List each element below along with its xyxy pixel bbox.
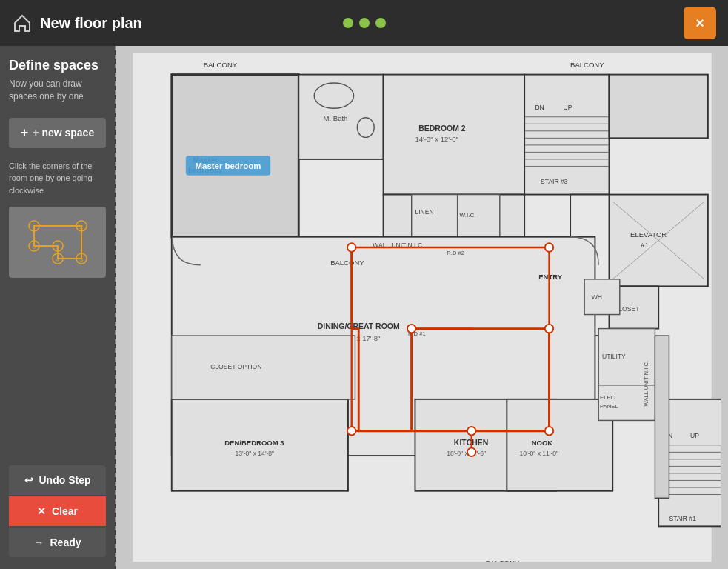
dot-3 — [375, 18, 386, 28]
svg-text:1: 1 — [32, 224, 36, 230]
svg-rect-92 — [655, 336, 669, 498]
svg-point-109 — [545, 325, 553, 333]
header: New floor plan × — [0, 0, 728, 46]
dot-2 — [359, 18, 370, 28]
svg-text:DN: DN — [535, 104, 544, 111]
svg-text:ELEVATOR: ELEVATOR — [630, 230, 667, 239]
svg-text:13'-0" x 14'-8": 13'-0" x 14'-8" — [236, 450, 275, 457]
close-button[interactable]: × — [684, 7, 716, 39]
svg-rect-65 — [507, 399, 612, 491]
floor-plan-container: Master bedroom Master bedroom M. Bath BE… — [124, 53, 721, 562]
svg-text:BEDROOM 2: BEDROOM 2 — [418, 124, 466, 133]
canvas-area[interactable]: Master bedroom Master bedroom M. Bath BE… — [116, 46, 728, 569]
svg-point-114 — [407, 325, 415, 333]
svg-text:14'-3" x 12'-0": 14'-3" x 12'-0" — [415, 135, 458, 143]
clear-button[interactable]: ✕ Clear — [9, 496, 106, 526]
svg-point-110 — [545, 427, 553, 435]
new-space-button[interactable]: + + new space — [9, 118, 106, 148]
sidebar: Define spaces Now you can draw spaces on… — [0, 46, 115, 569]
svg-text:WH: WH — [592, 293, 602, 301]
svg-text:BALCONY: BALCONY — [486, 559, 520, 562]
svg-text:DEN/BEDROOM 3: DEN/BEDROOM 3 — [224, 439, 284, 447]
clear-x-icon: ✕ — [37, 505, 46, 517]
ready-label: Ready — [50, 536, 81, 548]
svg-text:WALL UNIT N.I.C.: WALL UNIT N.I.C. — [643, 361, 649, 406]
svg-text:BALCONY: BALCONY — [204, 61, 238, 69]
svg-text:ENTRY: ENTRY — [538, 273, 563, 281]
svg-rect-26 — [524, 75, 609, 195]
room-diagram: 1 2 3 4 5 6 — [9, 207, 106, 278]
svg-text:R.D #2: R.D #2 — [447, 250, 464, 256]
svg-text:18'-0" x 17'-6": 18'-0" x 17'-6" — [447, 450, 486, 457]
ready-arrow-icon: → — [33, 536, 44, 548]
svg-text:ELEC.: ELEC. — [600, 394, 616, 401]
svg-point-108 — [545, 243, 553, 251]
dot-1 — [343, 18, 353, 28]
floor-plan-svg: Master bedroom Master bedroom M. Bath BE… — [124, 53, 721, 562]
header-dots — [343, 18, 386, 28]
svg-text:UP: UP — [564, 104, 572, 111]
svg-rect-71 — [172, 336, 355, 399]
svg-text:5: 5 — [56, 244, 59, 250]
svg-text:#1: #1 — [641, 241, 649, 249]
sidebar-bottom-buttons: ↩ Undo Step ✕ Clear → Ready — [9, 465, 106, 557]
svg-text:Master bedroom: Master bedroom — [196, 162, 261, 170]
sidebar-description: Now you can draw spaces one by one — [9, 78, 106, 103]
svg-text:STAIR #1: STAIR #1 — [669, 515, 696, 522]
svg-text:UP: UP — [690, 432, 699, 439]
undo-icon: ↩ — [24, 474, 33, 486]
main-area: Define spaces Now you can draw spaces on… — [0, 46, 728, 569]
svg-text:10'-0" x 11'-0": 10'-0" x 11'-0" — [519, 450, 558, 457]
svg-text:BALCONY: BALCONY — [570, 61, 604, 69]
svg-text:UTILITY: UTILITY — [602, 353, 626, 360]
svg-text:6: 6 — [32, 244, 36, 250]
svg-text:4: 4 — [56, 256, 59, 263]
svg-point-112 — [467, 427, 475, 435]
sidebar-title: Define spaces — [9, 58, 106, 73]
svg-text:CLOSET OPTION: CLOSET OPTION — [210, 363, 261, 370]
svg-text:STAIR #3: STAIR #3 — [541, 178, 568, 185]
svg-text:LINEN: LINEN — [415, 208, 433, 216]
svg-point-113 — [467, 448, 475, 456]
instructions-text: Click the corners of the room one by one… — [9, 160, 106, 197]
undo-label: Undo Step — [39, 474, 91, 486]
clear-label: Clear — [52, 505, 78, 517]
svg-text:PANEL: PANEL — [600, 403, 618, 410]
svg-rect-40 — [609, 75, 707, 139]
header-left: New floor plan — [12, 13, 142, 33]
home-icon — [12, 13, 33, 33]
svg-text:2: 2 — [79, 224, 83, 230]
svg-rect-75 — [584, 279, 620, 315]
header-title: New floor plan — [40, 15, 142, 32]
svg-point-107 — [347, 243, 355, 251]
svg-text:3: 3 — [79, 256, 83, 263]
undo-button[interactable]: ↩ Undo Step — [9, 465, 106, 495]
svg-text:M. Bath: M. Bath — [324, 114, 348, 122]
svg-point-111 — [347, 427, 355, 435]
svg-text:BALCONY: BALCONY — [330, 259, 364, 267]
plus-icon: + — [21, 125, 29, 141]
svg-text:NOOK: NOOK — [532, 439, 553, 447]
svg-text:W.I.C.: W.I.C. — [459, 212, 475, 219]
ready-button[interactable]: → Ready — [9, 528, 106, 557]
new-space-label: + new space — [33, 127, 94, 139]
